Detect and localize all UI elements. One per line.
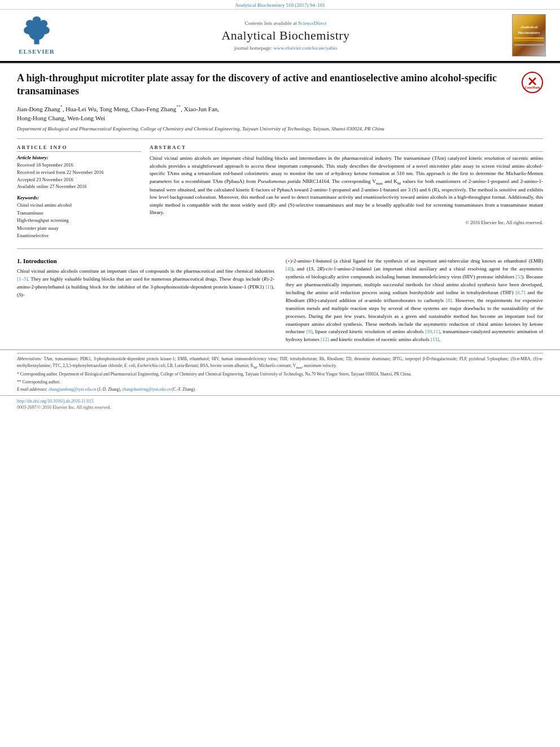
ref-12[interactable]: [12] — [321, 337, 329, 342]
italic-s: S — [19, 292, 21, 298]
superscript-2: ** — [176, 104, 181, 110]
introduction-section: 1. Introduction Chiral vicinal amino alc… — [0, 252, 560, 350]
accepted-date: Accepted 23 November 2016 — [17, 176, 141, 184]
ref-1-5[interactable]: [1–5] — [17, 276, 28, 282]
keyword-3: High-throughput screening — [17, 217, 141, 225]
keyword-2: Transaminase — [17, 209, 141, 217]
authors-line: Jian-Dong Zhang*, Hua-Lei Wu, Tong Meng,… — [17, 104, 543, 123]
ref-10-11[interactable]: [10,11] — [425, 329, 440, 334]
history-label: Article history: — [17, 155, 141, 160]
email-label: E-mail addresses: — [17, 387, 49, 392]
elsevier-tree-icon — [17, 16, 56, 47]
email-line: E-mail addresses: zhangjiandong@tyut.edu… — [17, 386, 543, 392]
svg-point-7 — [33, 16, 41, 24]
abbreviations-label: Abbreviations: — [17, 356, 43, 361]
author-jiandong: Jian-Dong Zhang — [17, 105, 60, 112]
crossmark-label: CrossMark — [525, 86, 540, 89]
sciencedirect-link[interactable]: ScienceDirect — [298, 20, 326, 26]
email-link-2[interactable]: zhangchanfeng@tyut.edu.cn — [123, 387, 171, 392]
ref-13[interactable]: [13] — [431, 337, 439, 342]
journal-citation-bar: Analytical Biochemistry 518 (2017) 94–10… — [0, 0, 560, 10]
info-abstract-section: ARTICLE INFO Article history: Received 1… — [17, 138, 543, 240]
abstract-section: Chiral vicinal amino alcohols are import… — [150, 155, 543, 225]
keywords-section: Keywords: Chiral vicinal amino alcohol T… — [17, 195, 141, 240]
author-hualei: Hua-Lei Wu — [65, 105, 97, 112]
homepage-link[interactable]: www.elsevier.com/locate/yabio — [273, 45, 337, 51]
journal-citation: Analytical Biochemistry 518 (2017) 94–10… — [235, 2, 325, 8]
received-revised: Received in revised form 22 November 201… — [17, 169, 141, 176]
doi-link[interactable]: http://dx.doi.org/10.1016/j.ab.2016.11.0… — [17, 399, 543, 404]
footer-copyright: 0003-2697/© 2016 Elsevier Inc. All right… — [17, 405, 543, 410]
article-history: Article history: Received 18 September 2… — [17, 155, 141, 190]
keyword-4: Microtiter plate assay — [17, 225, 141, 233]
copyright-abstract: © 2016 Elsevier Inc. All rights reserved… — [150, 220, 543, 225]
keyword-1: Chiral vicinal amino alcohol — [17, 202, 141, 209]
abstract-text: Chiral vicinal amino alcohols are import… — [150, 155, 543, 217]
abstract-column: ABSTRACT Chiral vicinal amino alcohols a… — [150, 145, 543, 240]
sciencedirect-text: Contents lists available at — [245, 20, 297, 26]
italic-r: R — [264, 276, 267, 282]
homepage-text: journal homepage: — [234, 45, 272, 51]
footer-section: http://dx.doi.org/10.1016/j.ab.2016.11.0… — [0, 395, 560, 413]
title-section: A high-throughput microtiter plate assay… — [17, 72, 543, 98]
intro-left-column: 1. Introduction Chiral vicinal amino alc… — [17, 257, 274, 344]
elsevier-label: ELSEVIER — [19, 48, 55, 55]
author-wenlong: Wen-Long Wei — [67, 115, 105, 121]
cover-journal-name: Analytical Biochemistry — [514, 25, 544, 35]
ref-1[interactable]: [1] — [265, 284, 272, 290]
section-divider-1 — [17, 248, 543, 249]
article-info-label: ARTICLE INFO — [17, 145, 141, 152]
author-tong: Tong Meng — [99, 105, 128, 112]
journal-title: Analytical Biochemistry — [221, 28, 349, 43]
article-info-column: ARTICLE INFO Article history: Received 1… — [17, 145, 141, 240]
journal-header: ELSEVIER Contents lists available at Sci… — [0, 10, 560, 62]
corresponding-1: * Corresponding author. Department of Bi… — [17, 371, 543, 377]
available-online: Available online 27 November 2016 — [17, 183, 141, 190]
journal-homepage: journal homepage: www.elsevier.com/locat… — [234, 45, 337, 51]
sciencedirect-line: Contents lists available at ScienceDirec… — [245, 20, 327, 26]
intro-heading: 1. Introduction — [17, 257, 274, 264]
page: Analytical Biochemistry 518 (2017) 94–10… — [0, 0, 560, 747]
ref-5[interactable]: [5] — [516, 274, 522, 279]
elsevier-logo-section: ELSEVIER — [11, 14, 62, 56]
intro-left-text: Chiral vicinal amino alcohols constitute… — [17, 268, 274, 299]
vmax-subscript: max — [376, 181, 383, 185]
journal-cover-section: Analytical Biochemistry — [509, 14, 549, 56]
keywords-label: Keywords: — [17, 195, 141, 200]
received-date: Received 18 September 2016 — [17, 161, 141, 169]
article-content: A high-throughput microtiter plate assay… — [0, 63, 560, 246]
superscript-1: * — [60, 104, 63, 110]
abbreviations-text: Abbreviations: TAm, transaminase; PDK1, … — [17, 356, 543, 369]
km-subscript: M — [397, 181, 401, 185]
author-honghong: Hong-Hong Chang — [17, 115, 64, 121]
article-title: A high-throughput microtiter plate assay… — [17, 72, 543, 98]
footnotes-section: Abbreviations: TAm, transaminase; PDK1, … — [0, 350, 560, 392]
ref-6-7[interactable]: [6,7] — [515, 290, 525, 295]
author-xiaojun: Xiao-Jun Fan — [184, 105, 218, 112]
abstract-label: ABSTRACT — [150, 145, 543, 152]
journal-cover-image: Analytical Biochemistry — [512, 14, 546, 56]
email-link-1[interactable]: zhangjiandong@tyut.edu.cn — [49, 387, 96, 392]
intro-right-text: (+)-2-amino-1-butanol (a chiral ligand f… — [286, 257, 543, 344]
species-name: Pseudomonas putida — [257, 178, 300, 184]
ref-4[interactable]: [4] — [286, 266, 292, 272]
journal-title-section: Contents lists available at ScienceDirec… — [68, 14, 504, 56]
elsevier-logo: ELSEVIER — [17, 16, 56, 55]
corresponding-2: ** Corresponding author. — [17, 379, 543, 385]
intro-right-column: (+)-2-amino-1-butanol (a chiral ligand f… — [286, 257, 543, 344]
crossmark-icon — [527, 76, 538, 87]
affiliation: Department of Biological and Pharmaceuti… — [17, 125, 543, 133]
ref-8[interactable]: [8] — [446, 298, 452, 303]
footnotes-inner: Abbreviations: TAm, transaminase; PDK1, … — [17, 353, 543, 392]
author-chaofeng: Chao-Feng Zhang — [132, 105, 177, 112]
crossmark-badge: CrossMark — [522, 72, 543, 93]
ref-9[interactable]: [9] — [307, 329, 313, 334]
keyword-5: Enantioselective — [17, 232, 141, 240]
